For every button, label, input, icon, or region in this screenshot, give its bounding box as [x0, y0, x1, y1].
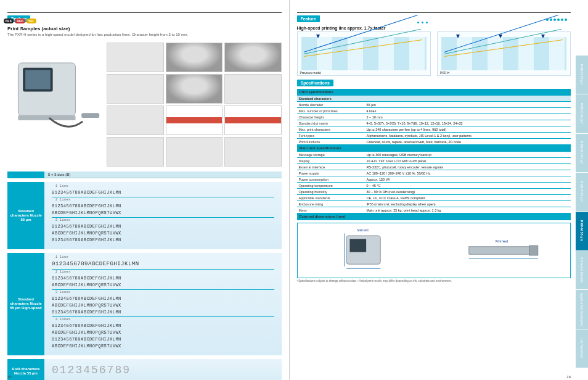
spec-row: Print functionsCalendar, count, repeat, … — [297, 139, 571, 145]
printer-photo — [7, 43, 103, 138]
dim-print-head: Print head — [436, 226, 568, 275]
spec-row: Power supplyAC 100–120 / 200–240 V ±10 %… — [297, 170, 571, 176]
sample-closeup-1 — [166, 137, 223, 167]
side-tab[interactable]: Software Details — [576, 251, 588, 289]
svg-rect-3 — [18, 115, 75, 120]
svg-rect-6 — [349, 239, 366, 252]
spec-sub-print: Standard characters — [297, 96, 571, 102]
spec-row: Character height2 – 10 mm — [297, 114, 571, 120]
spec-row: Power consumptionApprox. 150 VA — [297, 176, 571, 183]
side-tab[interactable]: PXR-D 65 µm — [576, 56, 588, 94]
sample-wire — [107, 74, 164, 104]
sample-mesh — [107, 137, 164, 167]
dot-hdr-1: 5 × 5 dots (B) — [44, 171, 282, 178]
bold-sample: 0123456789 — [52, 361, 274, 379]
row-label-hs: Standard characters Nozzle 55 µm High-sp… — [7, 253, 44, 355]
charts-title: High-speed printing line approx. 1.7x fa… — [297, 26, 571, 30]
side-tab[interactable]: PXR-D 100 µm — [576, 134, 588, 172]
sample-yogurt-1 — [166, 105, 223, 135]
page-number-left: 15 — [7, 375, 12, 379]
side-tab[interactable]: PXR-P 65 µm — [576, 173, 588, 211]
dim-main-unit: Main unit — [300, 226, 432, 275]
sample-block-2: 1 line 0123456789ABCDEFGHIJKLMN 2 lines … — [44, 253, 282, 355]
svg-text:Main unit: Main unit — [357, 229, 369, 232]
sample-closeup-2 — [224, 137, 282, 167]
spec-row: Operating humidity30 – 90 % RH (non-cond… — [297, 189, 571, 195]
row-label-bold: Bold characters Nozzle 55 µm — [7, 359, 44, 380]
decor-dots-right — [546, 19, 567, 21]
svg-rect-11 — [529, 246, 537, 255]
left-title: Print Samples (actual size) — [7, 26, 282, 31]
spec-row: Enclosure ratingIP55 (main unit, excludi… — [297, 201, 571, 207]
side-tab[interactable]: PXR-H 55 µm — [576, 212, 588, 250]
left-column: Feature Print Samples (actual size) The … — [0, 0, 290, 380]
sample-can-gold — [224, 43, 282, 72]
chart-pxrh: PXR-H — [437, 31, 571, 76]
svg-rect-2 — [25, 70, 51, 89]
spec-row: Applicable standardsCE, UL, FCC Class A,… — [297, 195, 571, 201]
page-number-right: 16 — [566, 375, 571, 379]
svg-text:Print head: Print head — [496, 240, 508, 243]
spec-row: External interfaceRS-232C, photocell, ro… — [297, 164, 571, 170]
spec-row: Display10.4-in. TFT color LCD with touch… — [297, 158, 571, 164]
svg-rect-10 — [469, 247, 529, 254]
sample-print-date — [224, 74, 282, 104]
spec-notes: • Specifications subject to change witho… — [297, 279, 571, 283]
spec-table: Print specifications Standard characters… — [297, 89, 571, 220]
svg-rect-4 — [81, 113, 99, 118]
badge-black: BLK — [4, 19, 14, 23]
spec-row: MassMain unit approx. 25 kg; print head … — [297, 207, 571, 213]
sample-block-1: 1 line 0123456789ABCDEFGHIJKLMN 2 lines … — [44, 182, 282, 249]
decor-dots-center — [417, 22, 428, 23]
sample-block-3: 0123456789 — [44, 359, 282, 380]
sample-cable — [107, 43, 164, 72]
sample-yogurt-2 — [224, 105, 282, 135]
badge-yellow: YEL — [27, 19, 36, 23]
sample-can-top — [166, 43, 223, 72]
spec-row: Font typesAlphanumeric, katakana, symbol… — [297, 133, 571, 139]
spec-row: Message storageUp to 300 messages; USB m… — [297, 152, 571, 158]
side-tabs: PXR-D 65 µmPXR-D 40 µmPXR-D 100 µmPXR-P … — [576, 56, 588, 368]
spec-tag: Specifications — [297, 80, 333, 86]
left-intro: The PXR-H series is a high-speed model d… — [7, 33, 282, 38]
right-column: Feature High-speed printing line approx.… — [290, 0, 589, 380]
sample-photo-grid — [107, 43, 282, 167]
spec-hdr-print: Print specifications — [297, 89, 571, 96]
badge-red: RED — [15, 19, 25, 23]
spec-hdr-main: Main unit specifications — [297, 145, 571, 152]
ink-color-badges: BLK RED YEL — [4, 19, 36, 23]
spec-hdr-dim: External dimensions (mm) — [297, 213, 571, 220]
spec-row: Nozzle diameter55 µm — [297, 102, 571, 108]
spec-row: Standard dot matrix4×5, 5×5(7), 5×7(8), … — [297, 120, 571, 126]
row-label-std: Standard characters Nozzle 55 µm — [7, 182, 44, 249]
feature-tag-r: Feature — [297, 15, 320, 22]
spec-row: Max. print charactersUp to 240 character… — [297, 126, 571, 133]
spec-row: Max. number of print lines4 lines — [297, 108, 571, 114]
sample-can-label — [166, 74, 223, 104]
chart-previous: Previous model — [297, 31, 431, 76]
side-tab[interactable]: PXR-D 40 µm — [576, 94, 588, 133]
sample-tube — [107, 105, 164, 135]
spec-row: Operating temperature0 – 45 °C — [297, 183, 571, 189]
side-tab[interactable]: Ink Variation — [576, 329, 588, 368]
corner-cell — [7, 171, 44, 178]
side-tab[interactable]: Application Examples — [576, 290, 588, 328]
